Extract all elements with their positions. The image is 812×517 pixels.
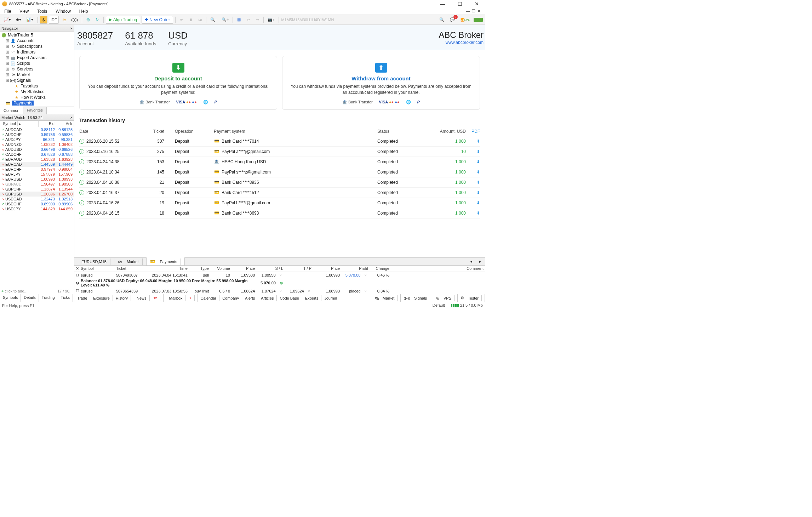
mw-row-AUDJPY[interactable]: ↗ AUDJPY96.32196.381 [0, 137, 74, 142]
mw-row-AUDCAD[interactable]: ↗ AUDCAD0.881120.88125 [0, 127, 74, 132]
mdi-close-icon[interactable]: ✕ [478, 9, 481, 13]
crosshair-icon[interactable]: ⊕▾ [14, 16, 23, 24]
pdf-download-icon[interactable]: ⬇ [466, 200, 480, 205]
broker-url[interactable]: www.abcbroker.com [439, 40, 484, 45]
timeframe-H1[interactable]: H1 [307, 18, 312, 22]
withdraw-card[interactable]: ⬆ Withdraw from account You can withdraw… [282, 56, 480, 110]
tab-scroll-right-icon[interactable]: ▸ [476, 258, 485, 265]
chart-line-icon[interactable]: 📈▾ [2, 16, 13, 24]
history-row[interactable]: ↓ 2023.04.24 14:38153Deposit🏦 HSBC Hong … [79, 157, 480, 167]
tab-exposure[interactable]: Exposure [90, 295, 113, 301]
nav-indicators[interactable]: ⊞ 〰Indicators [0, 49, 74, 55]
shift-end-icon[interactable]: ⇥ [253, 16, 261, 24]
mw-row-EURJPY[interactable]: ↘ EURJPY157.879157.909 [0, 172, 74, 177]
dollar-icon[interactable]: $ [40, 16, 47, 24]
tab-signals-r[interactable]: ((•)) Signals [401, 294, 433, 302]
minimize-button[interactable]: — [437, 1, 449, 7]
mw-row-GBPUSD[interactable]: ↘ GBPUSD1.266961.26700 [0, 192, 74, 197]
step-icon[interactable]: ⏭ [196, 16, 204, 24]
sync-icon[interactable]: ↻ [93, 16, 101, 24]
mw-row-USDCAD[interactable]: ↘ USDCAD1.324731.32513 [0, 197, 74, 201]
history-row[interactable]: ↓ 2023.06.28 15:52307Deposit💳 Bank Card … [79, 136, 480, 147]
menu-file[interactable]: File [4, 9, 11, 14]
bars-icon[interactable]: 📊▾ [24, 16, 35, 24]
tab-mailbox[interactable]: Mailbox 7 [164, 294, 198, 302]
menu-help[interactable]: Help [79, 9, 88, 14]
tab-market[interactable]: 🛍 Market [114, 257, 147, 266]
nav-expert-advisors[interactable]: ⊞ 🤖Expert Advisors [0, 55, 74, 61]
mw-row-GBPCHF[interactable]: ↘ GBPCHF1.138741.13944 [0, 187, 74, 192]
tab-common[interactable]: Common [0, 107, 23, 114]
camera-icon[interactable]: 📷▾ [266, 16, 276, 24]
tab-news[interactable]: News 12 [131, 294, 164, 302]
timeframe-D1[interactable]: D1 [317, 18, 322, 22]
timeframe-M30[interactable]: M30 [299, 18, 307, 22]
tab-ticks[interactable]: Ticks [58, 294, 73, 302]
pause-icon[interactable]: ⏸ [187, 16, 195, 24]
tab-scroll-left-icon[interactable]: ◂ [467, 258, 476, 265]
nav-scripts[interactable]: ⊞ 📄Scripts [0, 61, 74, 66]
zoom-out-icon[interactable]: 🔍- [208, 16, 218, 24]
close-button[interactable]: ✕ [471, 1, 483, 7]
mdi-restore-icon[interactable]: ❐ [472, 9, 475, 13]
vps-icon[interactable]: ◎ [84, 16, 92, 24]
mw-row-AUDUSD[interactable]: ↘ AUDUSD0.664960.66526 [0, 147, 74, 152]
nav-services[interactable]: ⊞ ⚙Services [0, 66, 74, 72]
search-icon[interactable]: 🔍 [438, 16, 446, 24]
nav-market[interactable]: ⊞ 🛍Market [0, 72, 74, 78]
pdf-download-icon[interactable]: ⬇ [466, 180, 480, 185]
tab-vps-r[interactable]: ◎ VPS [433, 294, 458, 302]
tab-trade[interactable]: Trade [74, 295, 90, 301]
tab-codebase[interactable]: Code Base [277, 295, 302, 301]
tab-tester-r[interactable]: ⚙ Tester [458, 294, 485, 302]
tab-alerts[interactable]: Alerts [242, 295, 258, 301]
tab-trading[interactable]: Trading [39, 294, 58, 302]
menu-window[interactable]: Window [56, 9, 71, 14]
pdf-download-icon[interactable]: ⬇ [466, 170, 480, 175]
notifications-icon[interactable]: 💬2 [448, 16, 457, 24]
history-row[interactable]: ↓ 2023.04.04 16:3720Deposit💳 Bank Card *… [79, 188, 480, 198]
timeframe-M1[interactable]: M1 [281, 18, 286, 22]
mw-row-AUDNZD[interactable]: ↘ AUDNZD1.082821.08402 [0, 142, 74, 147]
nav-accounts[interactable]: ⊞ 👤Accounts [0, 38, 74, 44]
new-order-button[interactable]: ✚ New Order [142, 16, 173, 24]
tab-articles[interactable]: Articles [258, 295, 277, 301]
mw-row-USDCHF[interactable]: ↗ USDCHF0.899030.89906 [0, 201, 74, 206]
timeframe-H4[interactable]: H4 [312, 18, 317, 22]
navigator-close-icon[interactable]: × [70, 26, 73, 30]
pdf-download-icon[interactable]: ⬇ [466, 190, 480, 195]
zoom-in-icon[interactable]: 🔍+ [220, 16, 230, 24]
shift-icon[interactable]: ⇤ [178, 16, 185, 24]
mw-row-EURAUD[interactable]: ↗ EURAUD1.638281.63928 [0, 157, 74, 162]
marketwatch-close-icon[interactable]: × [70, 115, 73, 120]
tab-calendar[interactable]: Calendar [198, 295, 220, 301]
history-row[interactable]: ↓ 2023.04.04 16:3821Deposit💳 Bank Card *… [79, 177, 480, 188]
menu-view[interactable]: View [19, 9, 29, 14]
add-symbol[interactable]: click to add... [5, 289, 28, 293]
mw-row-EURCAD[interactable]: ↘ EURCAD1.443691.44449 [0, 162, 74, 167]
history-row[interactable]: ↓ 2023.04.21 10:34145Deposit💳 PayPal s**… [79, 167, 480, 177]
timeframe-MN[interactable]: MN [328, 18, 334, 22]
nav-signals-my-statistics[interactable]: ★My Statistics [0, 89, 74, 95]
tab-company[interactable]: Company [219, 295, 242, 301]
pdf-download-icon[interactable]: ⬇ [466, 149, 480, 154]
nav-root[interactable]: 🟢MetaTrader 5 [0, 32, 74, 38]
resize-icon[interactable]: ⇔ [244, 16, 252, 24]
pdf-download-icon[interactable]: ⬇ [466, 211, 480, 216]
nav-payments[interactable]: 💳Payments [0, 100, 74, 106]
nav-signals[interactable]: ⊞ ((•))Signals [0, 78, 74, 83]
history-row[interactable]: ↓ 2023.04.04 16:1518Deposit💳 Bank Card *… [79, 208, 480, 218]
tab-market-r[interactable]: 🛍 Market [372, 294, 401, 302]
pdf-download-icon[interactable]: ⬇ [466, 159, 480, 164]
status-profile[interactable]: Default [433, 303, 445, 308]
nav-signals-how-it-works[interactable]: ★How It Works [0, 95, 74, 100]
mw-row-USDJPY[interactable]: ↘ USDJPY144.829144.859 [0, 206, 74, 211]
timeframe-M15[interactable]: M15 [292, 18, 299, 22]
nav-signals-favorites[interactable]: ★Favorites [0, 83, 74, 89]
ide-button[interactable]: IDE [49, 16, 59, 24]
pdf-download-icon[interactable]: ⬇ [466, 139, 480, 144]
history-row[interactable]: ↓ 2023.05.16 16:25275Deposit💳 PayPal a**… [79, 147, 480, 157]
mw-row-EURCHF[interactable]: ↘ EURCHF0.979740.98004 [0, 167, 74, 172]
nav-subscriptions[interactable]: ⊞ ↻Subscriptions [0, 44, 74, 49]
mdi-minimize-icon[interactable]: — [466, 9, 470, 13]
